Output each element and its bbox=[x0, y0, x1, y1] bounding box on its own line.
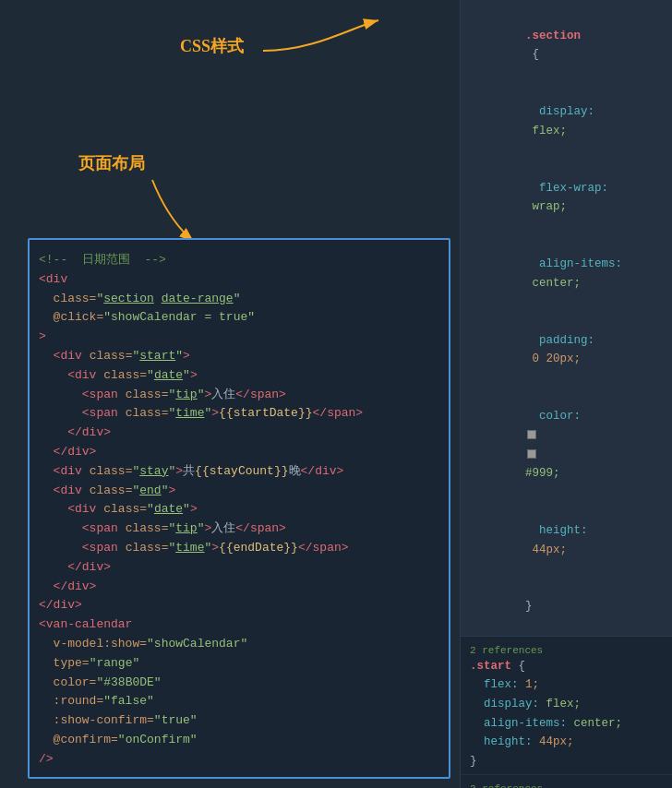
code-line: <!-- 日期范围 --> bbox=[39, 251, 439, 270]
code-line: type="range" bbox=[39, 654, 439, 674]
html-code-box: <!-- 日期范围 --> <div class="section date-r… bbox=[28, 238, 450, 779]
left-area: CSS样式 页面布局 <!-- 日期范围 --> <div class="sec… bbox=[0, 0, 460, 788]
main-container: CSS样式 页面布局 <!-- 日期范围 --> <div class="sec… bbox=[0, 0, 672, 788]
code-line: <span class="tip">入住</span> bbox=[39, 386, 439, 405]
code-line: <span class="time">{{endDate}}</span> bbox=[39, 539, 439, 558]
code-line: </div> bbox=[39, 443, 439, 462]
css-prop-padding: padding: 0 20px; bbox=[470, 312, 663, 388]
code-line: :round="false" bbox=[39, 692, 439, 711]
code-line: @confirm="onConfirm" bbox=[39, 731, 439, 750]
code-line: <div class="end"> bbox=[39, 482, 439, 501]
css-prop-display: display: flex; bbox=[470, 84, 663, 161]
code-line: <div class="start"> bbox=[39, 347, 439, 366]
css-prop-height: height: 44px; bbox=[470, 502, 663, 579]
code-line: <span class="tip">入住</span> bbox=[39, 519, 439, 539]
css-brace-close: } bbox=[470, 579, 663, 636]
code-line: /> bbox=[39, 750, 439, 770]
code-line: <span class="time">{{startDate}}</span> bbox=[39, 404, 439, 424]
css-references: 2 references bbox=[470, 645, 663, 656]
css-prop-color: color: #999; bbox=[470, 388, 663, 503]
code-line: </div> bbox=[39, 578, 439, 597]
code-line: </div> bbox=[39, 558, 439, 578]
code-line: v-model:show="showCalendar" bbox=[39, 635, 439, 654]
css-prop-alignitems: align-items: center; bbox=[470, 236, 663, 313]
css-annotation-label: CSS样式 bbox=[180, 35, 244, 57]
code-line: color="#38B0DE" bbox=[39, 674, 439, 693]
code-line: :show-confirm="true" bbox=[39, 711, 439, 731]
css-prop-flexwrap: flex-wrap: wrap; bbox=[470, 160, 663, 236]
code-line: @click="showCalendar = true" bbox=[39, 308, 439, 328]
css-selector-section: .section { bbox=[470, 7, 663, 84]
css-end-section: 2 references .end { min-width: 30%; padd… bbox=[461, 775, 672, 788]
right-css-panel: .section { display: flex; flex-wrap: wra… bbox=[460, 0, 672, 788]
code-line: <van-calendar bbox=[39, 615, 439, 635]
code-line: </div> bbox=[39, 424, 439, 443]
code-line: </div> bbox=[39, 596, 439, 615]
layout-annotation-label: 页面布局 bbox=[78, 152, 145, 174]
code-line: <div class="stay">共{{stayCount}}晚</div> bbox=[39, 462, 439, 482]
css-references: 2 references bbox=[470, 783, 663, 788]
code-line: > bbox=[39, 328, 439, 347]
css-start-section: 2 references .start { flex: 1; display: … bbox=[461, 637, 672, 776]
css-top-selector: .section { display: flex; flex-wrap: wra… bbox=[461, 0, 672, 637]
code-line: <div bbox=[39, 270, 439, 290]
code-line: <div class="date"> bbox=[39, 500, 439, 519]
code-line: class="section date-range" bbox=[39, 290, 439, 309]
code-line: <div class="date"> bbox=[39, 366, 439, 386]
